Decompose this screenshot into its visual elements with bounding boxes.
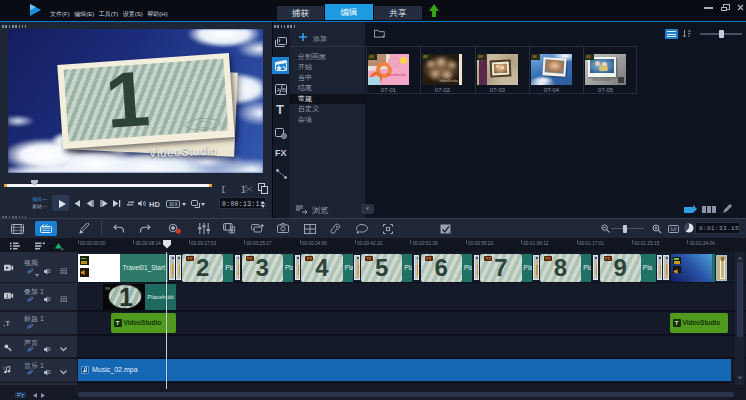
svg-text:1: 1 xyxy=(3,367,5,371)
svg-text:B: B xyxy=(282,87,286,93)
svg-text:0: 0 xyxy=(48,297,51,302)
svg-text:0: 0 xyxy=(48,347,51,352)
svg-text:1: 1 xyxy=(6,293,9,299)
svg-text:A: A xyxy=(277,87,281,93)
svg-text:0: 0 xyxy=(48,370,51,375)
svg-text:0: 0 xyxy=(48,269,51,274)
